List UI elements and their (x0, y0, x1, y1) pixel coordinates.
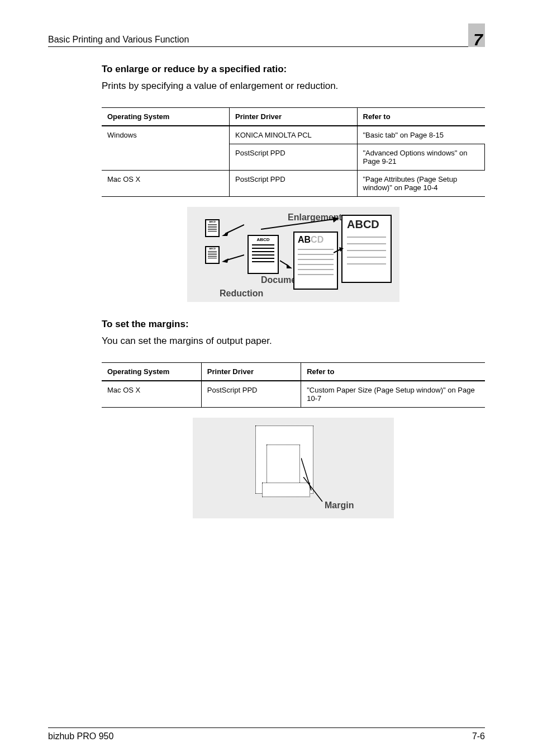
cell-driver: PostScript PPD (230, 144, 358, 171)
th-os: Operating System (102, 108, 230, 126)
svg-line-6 (261, 219, 334, 229)
svg-marker-7 (332, 217, 339, 223)
page-number-tab: 7 (459, 27, 485, 45)
svg-line-11 (301, 458, 311, 490)
reduction-arrow-icon (222, 224, 244, 237)
reduced-page-icon: ABCD (205, 246, 220, 264)
arrow-icon (334, 247, 344, 255)
enlarged-page-icon: ABCD (293, 231, 338, 290)
section-para-enlarge: Prints by specifying a value of enlargem… (102, 81, 485, 92)
cell-driver: PostScript PPD (230, 171, 358, 197)
svg-line-8 (334, 249, 340, 253)
cell-os: Mac OS X (102, 171, 230, 197)
th-os: Operating System (102, 363, 201, 381)
svg-marker-1 (222, 231, 229, 236)
cell-refer: "Custom Paper Size (Page Setup window)" … (301, 381, 485, 408)
inner-page-icon (266, 445, 300, 487)
cell-refer: "Basic tab" on Page 8-15 (357, 126, 485, 144)
enlargement-arrow-icon (280, 258, 292, 270)
footer-product: bizhub PRO 950 (48, 731, 113, 741)
margin-arrow-icon (301, 458, 312, 492)
cell-os: Mac OS X (102, 381, 201, 408)
th-driver: Printer Driver (230, 108, 358, 126)
cell-driver: PostScript PPD (201, 381, 301, 408)
table-row: Windows KONICA MINOLTA PCL "Basic tab" o… (102, 126, 485, 144)
cell-refer: "Page Attributes (Page Setup window)" on… (357, 171, 485, 197)
th-refer: Refer to (301, 363, 485, 381)
document-page-icon: ABCD (248, 235, 279, 274)
cell-refer: "Advanced Options windows" on Page 9-21 (357, 144, 485, 171)
page-tab-number: 7 (473, 30, 483, 49)
cell-os: Windows (102, 126, 230, 171)
enlargement-arrow-icon (261, 217, 339, 231)
svg-marker-9 (339, 247, 344, 252)
page-header-title: Basic Printing and Various Function (48, 35, 189, 45)
table-row: Mac OS X PostScript PPD "Page Attributes… (102, 171, 485, 197)
margin-label: Margin (325, 500, 354, 511)
reduced-page-icon: ABCD (205, 219, 220, 237)
cell-driver: KONICA MINOLTA PCL (230, 126, 358, 144)
svg-marker-5 (287, 264, 292, 268)
enlarge-table: Operating System Printer Driver Refer to… (102, 107, 485, 197)
margin-illustration: Margin (193, 418, 394, 518)
reduction-label: Reduction (220, 289, 263, 299)
footer-page-number: 7-6 (472, 731, 485, 741)
large-enlarged-page-icon: ABCD (341, 215, 392, 283)
margin-table: Operating System Printer Driver Refer to… (102, 362, 485, 408)
section-para-margins: You can set the margins of output paper. (102, 336, 485, 347)
section-title-enlarge: To enlarge or reduce by a specified rati… (102, 64, 485, 75)
table-row: Mac OS X PostScript PPD "Custom Paper Si… (102, 381, 485, 408)
th-driver: Printer Driver (201, 363, 301, 381)
section-title-margins: To set the margins: (102, 319, 485, 330)
reduction-arrow-icon (222, 253, 244, 264)
th-refer: Refer to (357, 108, 485, 126)
enlarge-reduce-illustration: Enlargement Document Reduction ABCD ABCD… (187, 207, 399, 302)
svg-marker-3 (222, 258, 229, 263)
